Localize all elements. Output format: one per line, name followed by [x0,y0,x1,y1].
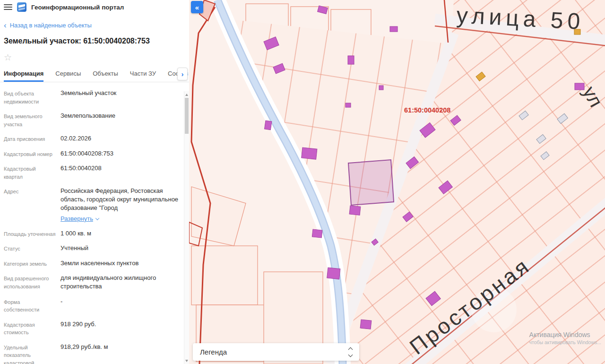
info-row-cadastral-quarter: Кадастровый квартал 61:50:0040208 [4,164,180,181]
quarter-number-label: 61:50:0040208 [404,106,450,114]
page-title: Земельный участок: 61:50:0040208:753 [4,37,185,45]
info-row-cadastral-value: Кадастровая стоимость 918 290 руб. [4,320,180,337]
info-row-value: Земли населенных пунктов [60,259,180,268]
building [312,229,322,238]
info-row-area: Площадь уточненная 1 000 кв. м [4,229,180,238]
chevron-up-icon [348,347,353,352]
info-row-value: Учтенный [60,244,180,253]
scrollbar-thumb[interactable] [185,98,189,134]
sidebar-panel: Геоинформационный портал ‹ Назад в найде… [0,0,189,364]
tabs-scroll-next-button[interactable]: › [177,68,188,80]
building [575,83,584,90]
address-expand-link[interactable]: Развернуть [60,215,99,223]
info-row-label: Кадастровая стоимость [4,320,56,337]
info-row-value: для индивидуального жилищного строительс… [60,274,180,291]
building [360,320,372,329]
info-row-value: Землепользование [60,112,180,128]
info-row-cadastral-number: Кадастровый номер 61:50:0040208:753 [4,149,180,158]
info-row-label: Адрес [4,187,56,223]
building [302,147,317,159]
chevron-down-icon [95,216,99,220]
building [327,268,340,279]
info-row-ownership-form: Форма собственности - [4,297,180,314]
legend-toggle-icon[interactable] [349,348,352,356]
scrollbar-up-arrow[interactable] [184,92,189,97]
info-row-value: 918 290 руб. [60,320,180,337]
tab-bar: Информация Сервисы Объекты Части ЗУ Сост… [0,66,189,82]
info-row-label: Кадастровый квартал [4,164,56,181]
info-row-label: Кадастровый номер [4,149,56,158]
info-row-value: - [60,297,180,314]
address-expand-label: Развернуть [60,215,93,223]
info-row-label: Вид земельного участка [4,112,56,128]
info-row-value: Российская Федерация, Ростовская область… [60,187,180,223]
info-row-object-type: Вид объекта недвижимости Земельный участ… [4,89,180,105]
back-chevron-icon: ‹ [4,22,7,28]
hamburger-menu-icon[interactable] [4,4,12,10]
tab-information[interactable]: Информация [4,70,43,82]
map-area[interactable]: 61:50:0040208 улица 50 ул Просторная « Л… [189,0,605,364]
scrollbar-down-arrow[interactable] [184,358,189,364]
sidebar-scrollbar[interactable] [184,91,189,364]
info-row-label: Категория земель [4,259,56,268]
info-row-label: Статус [4,244,56,253]
building [349,206,361,215]
chevron-down-icon [348,352,353,357]
tab-objects[interactable]: Объекты [93,70,118,82]
info-row-parcel-type: Вид земельного участка Землепользование [4,112,180,128]
info-row-label: Форма собственности [4,297,56,314]
info-row-value: Земельный участок [60,89,180,105]
back-link-label: Назад в найденные объекты [10,22,92,29]
geo-portal-app: Геоинформационный портал ‹ Назад в найде… [0,0,605,364]
map-canvas[interactable]: 61:50:0040208 улица 50 ул Просторная [189,0,605,364]
info-row-value: 61:50:0040208:753 [60,149,180,158]
info-row-label: Вид объекта недвижимости [4,89,56,105]
info-row-value: 02.02.2026 [60,134,180,143]
info-row-value: 918,29 руб./кв. м [60,343,180,364]
info-row-permitted-use: Вид разрешенного использования для индив… [4,274,180,291]
info-row-label: Дата присвоения [4,134,56,143]
legend-label: Легенда [200,348,227,356]
selected-parcel[interactable] [348,160,394,205]
info-row-value: 1 000 кв. м [60,229,180,238]
address-text: Российская Федерация, Ростовская область… [60,187,178,211]
info-row-label: Вид разрешенного использования [4,274,56,291]
building [379,86,383,90]
sidebar-collapse-button[interactable]: « [191,1,203,13]
legend-bar[interactable]: Легенда [193,343,359,361]
info-row-date-assigned: Дата присвоения 02.02.2026 [4,134,180,143]
top-bar: Геоинформационный портал [0,0,189,14]
building [348,56,354,64]
info-row-label: Удельный показатель кадастровой стоимост… [4,343,56,364]
info-row-value: 61:50:0040208 [60,164,180,181]
info-row-land-category: Категория земель Земли населенных пункто… [4,259,180,268]
info-row-specific-value: Удельный показатель кадастровой стоимост… [4,343,180,364]
info-row-label: Площадь уточненная [4,229,56,238]
info-row-address: Адрес Российская Федерация, Ростовская о… [4,187,180,223]
portal-logo-icon [17,2,26,12]
app-title: Геоинформационный портал [31,4,124,11]
building [390,26,398,32]
info-list: Вид объекта недвижимости Земельный участ… [0,82,189,364]
info-row-status: Статус Учтенный [4,244,180,253]
tab-services[interactable]: Сервисы [55,70,81,82]
building [264,121,271,130]
back-link[interactable]: ‹ Назад в найденные объекты [4,22,92,29]
tab-parts[interactable]: Части ЗУ [130,70,156,82]
building [346,103,351,107]
favorite-star-icon[interactable]: ☆ [4,52,14,63]
